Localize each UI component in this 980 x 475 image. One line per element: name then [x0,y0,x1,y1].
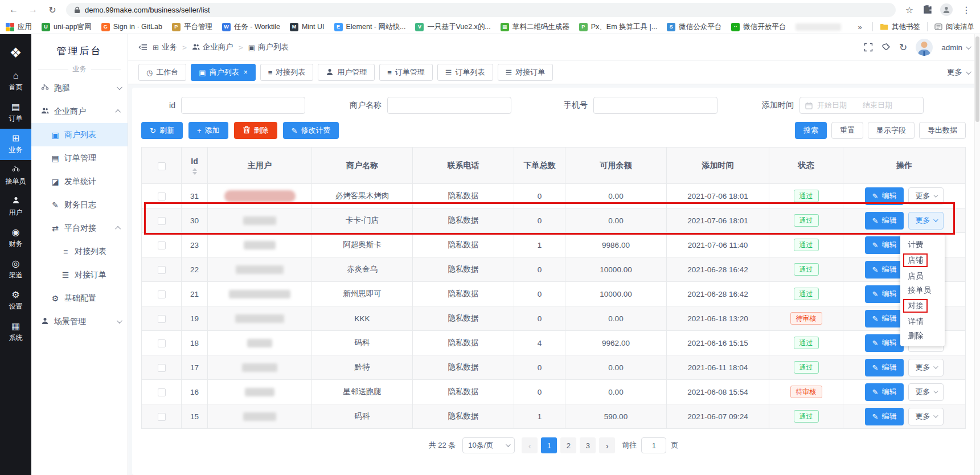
tabs-more-button[interactable]: 更多 [947,67,970,77]
bookmark-item[interactable]: ··微信开放平台 [731,22,786,32]
menu-item-删除[interactable]: 删除 [900,329,945,343]
rail-item-首页[interactable]: ⌂首页 [0,66,31,97]
bookmark-item[interactable]: GSign in · GitLab [101,23,162,31]
browser-reload-icon[interactable]: ↻ [47,5,58,15]
bookmark-item[interactable]: ▦草料二维码生成器 [501,22,569,32]
tab-订单管理[interactable]: ≡订单管理 [379,64,433,81]
rail-item-业务[interactable]: ⊞业务 [0,129,31,160]
sidebar-item-基础配置[interactable]: ⚙基础配置 [31,286,128,310]
address-bar[interactable]: demo.99make.com/business/seller/list [66,3,896,17]
row-checkbox[interactable] [158,388,166,396]
row-more-button[interactable]: 更多 [908,383,944,401]
id-sort-header[interactable]: Id [182,157,207,175]
browser-forward-icon[interactable]: → [27,5,39,15]
bookmark-item[interactable]: EElement - 网站快... [334,22,406,32]
row-more-button[interactable]: 更多 [908,359,944,376]
menu-item-店员[interactable]: 店员 [900,269,945,283]
sort-icons[interactable] [192,168,197,175]
添加-button[interactable]: +添加 [188,122,228,139]
sidebar-item-平台对接[interactable]: ⇄平台对接 [31,216,128,240]
prev-page-button[interactable]: ‹ [522,437,538,453]
row-edit-button[interactable]: ✎编辑 [865,236,904,254]
导出数据-button[interactable]: 导出数据 [919,122,966,139]
theme-skin-icon[interactable] [881,43,891,52]
sidebar-item-对接列表[interactable]: ≡对接列表 [31,240,128,263]
删除-button[interactable]: 删除 [234,122,277,139]
row-more-button[interactable]: 更多 [908,212,944,230]
filter-id-input[interactable] [181,97,305,114]
menu-item-详情[interactable]: 详情 [900,314,945,329]
select-all-checkbox[interactable] [158,162,166,170]
bookmark-item[interactable]: PPx、Em 换算工具 |... [579,22,657,32]
sort-asc-icon[interactable] [192,168,197,171]
row-checkbox[interactable] [158,364,166,372]
row-edit-button[interactable]: ✎编辑 [865,310,904,327]
page-size-select[interactable]: 10条/页 [462,437,515,453]
重置-button[interactable]: 重置 [831,122,863,139]
fullscreen-icon[interactable] [864,43,873,52]
sidebar-item-场景管理[interactable]: 场景管理 [31,310,128,333]
bookmark-item[interactable]: Uuni-app官网 [42,22,92,32]
page-button-1[interactable]: 1 [541,437,557,453]
bookmark-item[interactable]: V一只基于Vue2.x的... [415,22,490,32]
sidebar-collapse-icon[interactable] [138,43,147,52]
row-more-button[interactable]: 更多 [908,187,944,205]
row-checkbox[interactable] [158,339,166,347]
搜索-button[interactable]: 搜索 [795,122,827,139]
menu-item-计费[interactable]: 计费 [900,238,945,252]
rail-item-渠道[interactable]: ◎渠道 [0,254,31,285]
row-checkbox[interactable] [158,241,166,249]
breadcrumb-业务[interactable]: ⊞业务 [153,42,177,52]
rail-item-系统[interactable]: ▦系统 [0,317,31,348]
tab-商户列表[interactable]: ▣商户列表× [191,64,255,81]
bookmark-item[interactable]: S微信公众平台 [667,22,721,32]
row-more-button[interactable]: 更多 [908,408,944,425]
sidebar-item-企业商户[interactable]: 企业商户 [31,100,128,123]
刷新-button[interactable]: ↻刷新 [141,122,183,139]
user-menu[interactable]: admin [941,43,970,52]
filter-phone-input[interactable] [593,97,717,114]
rail-item-接单员[interactable]: 接单员 [0,160,31,191]
next-page-button[interactable]: › [599,437,615,453]
bookmark-item[interactable]: 应用 [6,22,32,32]
rail-item-用户[interactable]: 用户 [0,191,31,223]
row-checkbox[interactable] [158,193,166,200]
breadcrumb-商户列表[interactable]: ▣商户列表 [248,42,289,52]
browser-profile-avatar[interactable] [940,3,953,16]
bookmarks-overflow-icon[interactable]: » [854,23,866,31]
显示字段-button[interactable]: 显示字段 [868,122,915,139]
page-button-3[interactable]: 3 [580,437,596,453]
rail-item-订单[interactable]: ▤订单 [0,97,31,129]
row-edit-button[interactable]: ✎编辑 [865,285,904,303]
close-icon[interactable]: × [244,68,248,76]
extensions-puzzle-icon[interactable] [923,5,932,14]
tab-工作台[interactable]: ◷工作台 [138,64,186,81]
sidebar-item-订单管理[interactable]: ▤订单管理 [31,146,128,170]
row-checkbox[interactable] [158,315,166,323]
page-button-2[interactable]: 2 [560,437,576,453]
sidebar-item-商户列表[interactable]: ▣商户列表 [31,123,128,146]
row-checkbox[interactable] [158,290,166,298]
row-edit-button[interactable]: ✎编辑 [865,261,904,279]
goto-page-input[interactable] [641,437,666,453]
row-edit-button[interactable]: ✎编辑 [865,187,904,205]
bookmark-star-icon[interactable]: ☆ [904,5,915,15]
menu-item-接单员[interactable]: 接单员 [900,283,945,297]
sort-desc-icon[interactable] [192,172,197,175]
row-edit-button[interactable]: ✎编辑 [865,408,904,425]
menu-item-店铺[interactable]: 店铺 [900,252,945,269]
rail-item-设置[interactable]: ⚙设置 [0,285,31,317]
breadcrumb-企业商户[interactable]: 企业商户 [192,42,233,52]
app-logo[interactable]: ❖ [10,40,22,66]
row-edit-button[interactable]: ✎编辑 [865,212,904,230]
sidebar-item-对接订单[interactable]: ☰对接订单 [31,263,128,286]
tab-对接列表[interactable]: ≡对接列表 [260,64,314,81]
sidebar-item-跑腿[interactable]: 跑腿 [31,76,128,100]
scrollbar-thumb[interactable] [975,36,979,122]
user-avatar[interactable] [916,39,933,56]
row-edit-button[interactable]: ✎编辑 [865,359,904,376]
tab-订单列表[interactable]: ☰订单列表 [437,64,493,81]
tab-用户管理[interactable]: 用户管理 [318,64,375,81]
row-checkbox[interactable] [158,413,166,421]
date-range-picker[interactable]: 开始日期 结束日期 [799,97,924,114]
